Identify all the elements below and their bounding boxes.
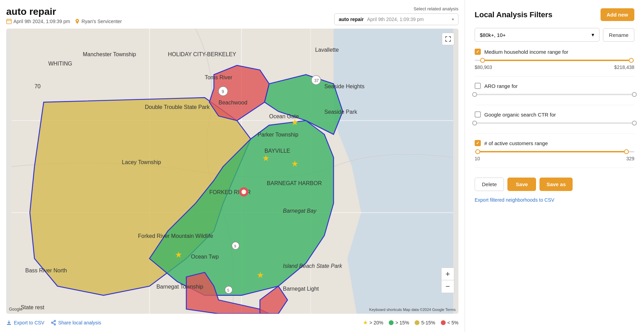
filter-income-header: ✓ Medium household income range for	[475, 49, 634, 55]
download-icon	[6, 320, 12, 325]
title-section: auto repair April 9th 2024, 1:09:39 pm	[6, 6, 122, 24]
filter-ctr-label: Google organic search CTR for	[484, 112, 556, 118]
chevron-down-icon: ▾	[452, 17, 454, 22]
rename-button[interactable]: Rename	[603, 28, 634, 42]
aro-slider-right-thumb[interactable]	[632, 92, 637, 97]
red-dot-icon	[441, 320, 446, 325]
income-slider-track[interactable]	[475, 60, 634, 61]
ctr-slider-fill	[475, 122, 634, 124]
svg-text:Beachwood: Beachwood	[218, 100, 247, 105]
filter-name-value: $80k+, 10+	[480, 32, 506, 38]
customers-slider-right-thumb[interactable]	[624, 149, 629, 154]
export-csv-button[interactable]: Export to CSV	[6, 320, 44, 325]
svg-text:70: 70	[34, 83, 41, 89]
map-expand-button[interactable]	[442, 33, 454, 45]
legend-item-green: > 15%	[389, 320, 409, 325]
svg-text:Manchester Township: Manchester Township	[83, 51, 136, 57]
income-max-val: $218,438	[614, 64, 634, 70]
filter-aro-header: ARO range for	[475, 83, 634, 89]
action-buttons: Delete Save Save as	[475, 178, 634, 191]
select-section: Select related analysis auto repair Apri…	[334, 6, 458, 25]
income-min-val: $80,903	[475, 64, 492, 70]
filter-customers-checkbox[interactable]: ✓	[475, 140, 481, 146]
map-attribution: Keyboard shortcuts Map data ©2024 Google…	[369, 308, 456, 312]
bottom-bar: Export to CSV Share local analysis ★ > 2…	[6, 317, 458, 328]
filter-aro-checkbox[interactable]	[475, 83, 481, 89]
filter-income-checkbox[interactable]: ✓	[475, 49, 481, 55]
green-dot-icon	[389, 320, 394, 325]
legend-label-green: > 15%	[395, 320, 409, 325]
aro-slider-track[interactable]	[475, 94, 634, 95]
delete-button[interactable]: Delete	[475, 178, 504, 191]
page-title: auto repair	[6, 6, 122, 17]
legend-item-top: ★ > 20%	[363, 319, 383, 326]
filter-name-row: $80k+, 10+ ▾ Rename	[475, 28, 634, 42]
export-csv-label: Export to CSV	[14, 320, 44, 325]
share-local-analysis-button[interactable]: Share local analysis	[51, 320, 101, 325]
zoom-out-button[interactable]: −	[442, 280, 454, 293]
add-new-button[interactable]: Add new	[601, 8, 635, 21]
location-text: Ryan's Servicenter	[81, 19, 122, 24]
export-neighborhoods-link[interactable]: Export filtered neighborhoods to CSV	[475, 197, 634, 203]
date-text: April 9th 2024, 1:09:39 pm	[13, 19, 70, 24]
customers-max-val: 329	[626, 156, 634, 161]
customers-slider-track[interactable]	[475, 151, 634, 152]
svg-text:Barnegat Bay: Barnegat Bay	[283, 208, 317, 214]
date-meta: April 9th 2024, 1:09:39 pm	[6, 19, 70, 24]
star-icon: ★	[363, 319, 368, 326]
svg-text:Barnegat Township: Barnegat Township	[156, 284, 203, 290]
meta-row: April 9th 2024, 1:09:39 pm Ryan's Servic…	[6, 19, 122, 24]
share-label: Share local analysis	[58, 320, 101, 325]
calendar-icon	[6, 19, 12, 24]
svg-text:Toms River: Toms River	[205, 74, 232, 80]
select-related-label: Select related analysis	[414, 6, 458, 11]
legend-label-red: < 5%	[447, 320, 458, 325]
right-panel-title: Local Analysis Filters	[475, 10, 552, 19]
filter-customers: ✓ # of active customers range 10 329	[475, 140, 634, 168]
location-pin-icon	[75, 19, 80, 24]
income-slider-right-thumb[interactable]	[629, 58, 634, 63]
svg-text:5: 5	[227, 288, 229, 292]
svg-text:Lavallette: Lavallette	[315, 47, 339, 53]
filter-ctr-checkbox[interactable]	[475, 111, 481, 118]
svg-text:★: ★	[291, 118, 299, 127]
related-analysis-select[interactable]: auto repair April 9th 2024, 1:09:39 pm ▾	[334, 13, 458, 25]
ctr-slider-left-thumb[interactable]	[472, 121, 477, 125]
income-range-values: $80,903 $218,438	[475, 64, 634, 70]
legend: ★ > 20% > 15% 5-15% < 5%	[363, 319, 458, 326]
filter-income: ✓ Medium household income range for $80,…	[475, 49, 634, 77]
svg-text:Bass River North: Bass River North	[25, 268, 67, 273]
google-logo: Google	[9, 307, 22, 312]
ctr-slider-right-thumb[interactable]	[632, 121, 637, 125]
svg-text:BAYVILLE: BAYVILLE	[265, 148, 290, 154]
save-button[interactable]: Save	[507, 178, 536, 191]
filter-name-select[interactable]: $80k+, 10+ ▾	[475, 28, 600, 42]
ctr-slider-track[interactable]	[475, 122, 634, 124]
svg-text:Seaside Heights: Seaside Heights	[324, 83, 365, 89]
svg-text:★: ★	[262, 153, 270, 163]
svg-text:9: 9	[222, 89, 224, 94]
legend-label-top: > 20%	[369, 320, 383, 325]
location-meta: Ryan's Servicenter	[75, 19, 122, 24]
aro-slider-left-thumb[interactable]	[472, 92, 477, 97]
svg-text:★: ★	[257, 270, 264, 280]
legend-label-yellow: 5-15%	[421, 320, 435, 325]
customers-slider-left-thumb[interactable]	[475, 149, 480, 154]
svg-text:Double Trouble State Park: Double Trouble State Park	[145, 104, 210, 110]
filter-income-label: Medium household income range for	[484, 49, 568, 55]
customers-slider-fill	[478, 151, 626, 152]
map-container[interactable]: WHITING 70 Manchester Township HOLIDAY C…	[6, 29, 458, 314]
yellow-dot-icon	[415, 320, 419, 325]
customers-range-values: 10 329	[475, 156, 634, 161]
filter-customers-label: # of active customers range	[484, 140, 548, 146]
income-slider-fill	[483, 60, 631, 61]
svg-point-1	[77, 20, 78, 21]
svg-text:WHITING: WHITING	[48, 61, 72, 67]
zoom-in-button[interactable]: +	[442, 268, 454, 280]
save-as-button[interactable]: Save as	[539, 178, 573, 191]
bottom-actions: Export to CSV Share local analysis	[6, 320, 101, 325]
svg-rect-51	[7, 324, 11, 325]
income-slider-left-thumb[interactable]	[480, 58, 485, 63]
svg-text:9: 9	[234, 244, 236, 248]
svg-text:★: ★	[175, 250, 182, 259]
